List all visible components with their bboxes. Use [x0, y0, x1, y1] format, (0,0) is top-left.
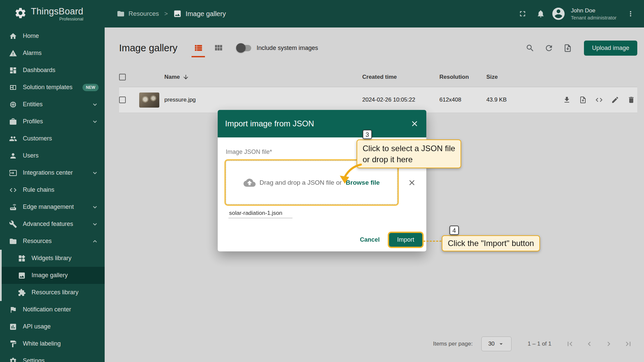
cancel-button[interactable]: Cancel	[360, 236, 380, 243]
clear-file-icon[interactable]	[408, 178, 416, 187]
import-button[interactable]: Import	[389, 233, 422, 247]
dialog-title: Import image from JSON	[225, 119, 314, 128]
close-icon	[408, 178, 416, 187]
import-image-dialog: Import image from JSON Image JSON file* …	[218, 110, 426, 251]
tooltip-step-4-text: Click the "Import" button	[448, 239, 534, 248]
tooltip-step-3-line-2: or drop it here	[363, 154, 455, 165]
step-4-badge: 4	[449, 226, 459, 235]
step-3-badge: 3	[363, 130, 372, 139]
tutorial-tooltip-step-4: 4 Click the "Import" button	[442, 235, 540, 251]
tooltip-step-3-line-1: Click to select a JSON file	[363, 143, 455, 154]
dialog-actions: Cancel Import	[360, 233, 422, 247]
tutorial-tooltip-step-3: 3 Click to select a JSON file or drop it…	[357, 139, 461, 168]
close-icon	[410, 119, 419, 128]
selected-file-name: solar-radiation-1.json	[228, 210, 292, 218]
tutorial-arrow-icon	[335, 163, 366, 186]
tutorial-connector-line	[423, 241, 441, 242]
close-icon[interactable]	[410, 119, 419, 128]
cloud-upload-icon	[244, 177, 256, 189]
dropzone-text: Drag and drop a JSON file or	[260, 179, 342, 186]
dialog-header: Import image from JSON	[218, 110, 426, 137]
